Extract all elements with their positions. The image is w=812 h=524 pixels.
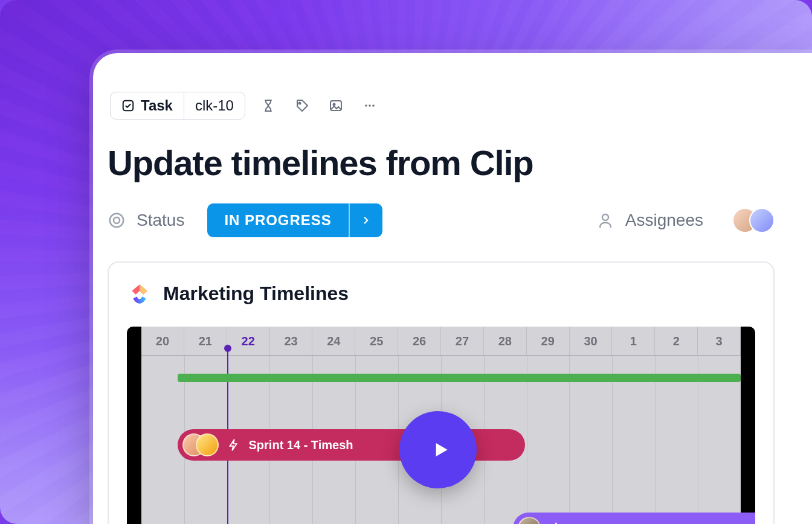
task-window: Task clk-10: [93, 53, 812, 524]
page-title: Update timelines from Clip: [108, 142, 775, 183]
person-icon: [596, 211, 614, 229]
svg-point-9: [602, 214, 608, 220]
svg-point-4: [365, 104, 367, 107]
gantt-date: 20: [141, 327, 184, 355]
gantt-date: 23: [270, 327, 313, 355]
gantt-date: 3: [698, 327, 741, 355]
assignee-avatars[interactable]: [732, 208, 775, 233]
gantt-date-active: 22: [227, 327, 270, 355]
gantt-clip[interactable]: 20 21 22 23 24 25 26 27 28 29 30 1 2 3: [127, 327, 755, 524]
image-icon[interactable]: [327, 97, 344, 114]
check-square-icon: [121, 99, 135, 112]
avatar: [196, 433, 219, 456]
task-id-label: clk-10: [195, 97, 234, 114]
more-icon[interactable]: [361, 97, 378, 114]
svg-point-8: [114, 217, 120, 223]
gantt-date: 1: [612, 327, 655, 355]
gantt-date: 29: [527, 327, 570, 355]
gantt-date: 26: [398, 327, 441, 355]
gantt-date: 25: [355, 327, 398, 355]
gantt-range-bar[interactable]: [178, 374, 741, 382]
breadcrumb: Task clk-10: [110, 92, 245, 120]
clickup-logo-icon: [127, 281, 152, 306]
gantt-task-bar[interactable]: [513, 513, 755, 524]
gantt-date: 21: [184, 327, 227, 355]
task-type-label: Task: [141, 97, 173, 114]
sprint-icon: [549, 522, 562, 524]
hourglass-icon[interactable]: [260, 97, 277, 114]
avatar[interactable]: [749, 208, 775, 233]
assignees-label: Assignees: [625, 211, 703, 230]
task-header: Task clk-10: [108, 92, 775, 120]
svg-point-1: [298, 103, 300, 104]
meta-row: Status IN PROGRESS Assignees: [108, 203, 775, 237]
status-value: IN PROGRESS: [207, 203, 348, 237]
task-id-pill[interactable]: clk-10: [184, 92, 245, 119]
svg-point-7: [110, 214, 124, 228]
gantt-date: 2: [655, 327, 698, 355]
task-type-pill[interactable]: Task: [111, 92, 184, 119]
gantt-date: 28: [484, 327, 527, 355]
status-label: Status: [137, 211, 184, 230]
play-icon: [428, 438, 451, 461]
status-button[interactable]: IN PROGRESS: [207, 203, 382, 237]
tag-icon[interactable]: [294, 97, 311, 114]
gantt-date: 27: [441, 327, 484, 355]
status-next-icon[interactable]: [349, 203, 382, 237]
gantt-dates: 20 21 22 23 24 25 26 27 28 29 30 1 2 3: [141, 327, 741, 356]
header-actions: [260, 97, 378, 114]
gantt-task-label: Sprint 14 - Timesh: [249, 438, 353, 452]
avatar: [518, 517, 541, 524]
svg-point-3: [333, 104, 335, 106]
play-button[interactable]: [399, 411, 477, 488]
sprint-icon: [227, 438, 240, 452]
clip-card: Marketing Timelines 20 21 22 23 24 25 26…: [108, 261, 775, 524]
gantt-date: 30: [570, 327, 613, 355]
svg-point-5: [369, 104, 371, 107]
svg-point-6: [372, 104, 375, 107]
gantt-date: 24: [312, 327, 355, 355]
target-icon: [108, 211, 126, 229]
clip-title: Marketing Timelines: [163, 283, 349, 305]
